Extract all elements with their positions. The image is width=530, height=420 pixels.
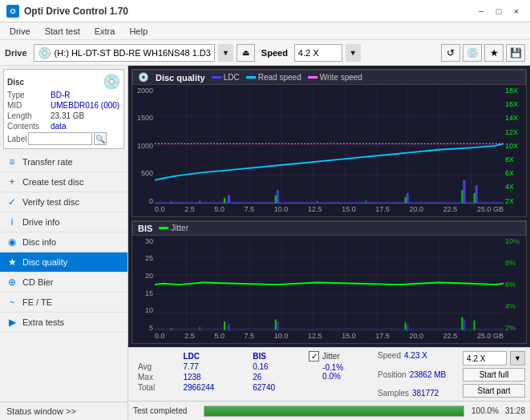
disc-info-panel: Disc 💿 Type BD-R MID UMEBDR016 (000) Len…	[3, 69, 124, 149]
save-button[interactable]: 💾	[506, 44, 525, 62]
sidebar-item-create-test-disc[interactable]: + Create test disc	[0, 172, 127, 192]
drive-label: Drive	[5, 48, 27, 58]
chart2-svg	[155, 237, 504, 332]
menu-start-test[interactable]: Start test	[38, 25, 87, 38]
start-full-button[interactable]: Start full	[463, 368, 525, 382]
chart2-y-right: 10% 8% 6% 4% 2%	[504, 237, 526, 332]
read-speed-color	[246, 76, 256, 79]
svg-rect-49	[224, 321, 225, 330]
jitter-values: -0.1% 0.0%	[309, 363, 368, 381]
speed-label: Speed	[261, 48, 288, 58]
drive-select[interactable]: 💿 (H:) HL-DT-ST BD-RE WH16NS48 1.D3 ▼ ⏏	[34, 44, 255, 62]
stats-avg-row: Avg 7.77 0.16	[133, 361, 302, 372]
svg-rect-26	[200, 200, 200, 204]
speed-select-stats-arrow[interactable]: ▼	[510, 351, 525, 365]
write-speed-label: Write speed	[320, 73, 362, 82]
disc-mid-value: UMEBDR016 (000)	[51, 101, 119, 110]
sidebar: Disc 💿 Type BD-R MID UMEBDR016 (000) Len…	[0, 66, 128, 420]
position-row: Position 23862 MB	[378, 370, 459, 379]
toolbar-buttons: ↺ 💿 ★ 💾	[441, 44, 525, 62]
status-window-label: Status window >>	[6, 406, 76, 416]
progress-bar-fill	[204, 406, 463, 416]
cd-bier-icon: ⊕	[6, 277, 18, 288]
disc-info-icon: ◉	[6, 236, 18, 248]
disc-length-row: Length 23.31 GB	[7, 111, 120, 120]
eject-button[interactable]: ⏏	[237, 44, 255, 62]
legend-read-speed: Read speed	[246, 73, 301, 82]
chart2-legend: Jitter	[159, 224, 188, 232]
disc-quality-icon: ★	[6, 256, 18, 268]
speed-select-stats[interactable]: 4.2 X	[463, 351, 507, 365]
transfer-rate-icon: ≡	[6, 156, 18, 168]
title-bar: O Opti Drive Control 1.70 − □ ×	[0, 0, 530, 22]
samples-row: Samples 381772	[378, 389, 459, 398]
disc-label-row: Label 🔍	[7, 132, 120, 145]
disc-icon: 💿	[103, 73, 120, 91]
stats-area: LDC BIS Avg 7.77 0.16 Max 1238 26	[128, 347, 530, 401]
stats-table: LDC BIS Avg 7.77 0.16 Max 1238 26	[133, 351, 302, 398]
disc-mid-row: MID UMEBDR016 (000)	[7, 101, 120, 110]
start-part-button[interactable]: Start part	[463, 384, 525, 398]
sidebar-item-label: Transfer rate	[22, 157, 73, 167]
svg-rect-55	[200, 326, 200, 329]
sidebar-nav: ≡ Transfer rate + Create test disc ✓ Ver…	[0, 152, 127, 402]
svg-rect-21	[275, 195, 277, 203]
maximize-button[interactable]: □	[492, 4, 506, 18]
verify-test-disc-icon: ✓	[6, 196, 18, 208]
sidebar-item-disc-info[interactable]: ◉ Disc info	[0, 232, 127, 252]
svg-rect-18	[463, 180, 465, 203]
sidebar-item-verify-test-disc[interactable]: ✓ Verify test disc	[0, 192, 127, 212]
jitter-header: ✓ Jitter	[309, 351, 368, 361]
sidebar-item-cd-bier[interactable]: ⊕ CD Bier	[0, 273, 127, 293]
refresh-button[interactable]: ↺	[441, 44, 460, 62]
minimize-button[interactable]: −	[474, 4, 488, 18]
svg-rect-19	[475, 185, 478, 203]
svg-rect-15	[228, 195, 230, 203]
sidebar-item-extra-tests[interactable]: ▶ Extra tests	[0, 313, 127, 333]
drive-dropdown[interactable]: 💿 (H:) HL-DT-ST BD-RE WH16NS48 1.D3	[34, 44, 215, 62]
jitter-checkbox[interactable]: ✓	[309, 351, 319, 361]
disc-button[interactable]: 💿	[463, 44, 482, 62]
main-area: Disc 💿 Type BD-R MID UMEBDR016 (000) Len…	[0, 66, 530, 420]
chart1-title: Disc quality	[156, 73, 205, 83]
svg-rect-46	[277, 321, 279, 331]
menu-help[interactable]: Help	[123, 25, 154, 38]
progress-bar-container	[204, 406, 464, 417]
chart1-y-right: 18X 16X 14X 12X 10X 8X 6X 4X 2X	[504, 87, 526, 205]
star-button[interactable]: ★	[484, 44, 504, 62]
drive-bar: Drive 💿 (H:) HL-DT-ST BD-RE WH16NS48 1.D…	[0, 40, 530, 66]
progress-percent: 100.0%	[471, 406, 499, 415]
close-button[interactable]: ×	[509, 4, 524, 18]
app-icon: O	[6, 5, 19, 18]
svg-rect-50	[275, 319, 277, 329]
position-value: 23862 MB	[410, 370, 447, 379]
speed-select-row: 4.2 X ▼	[463, 351, 525, 365]
content-area: 💿 Disc quality LDC Read speed	[128, 66, 530, 420]
svg-rect-47	[407, 325, 409, 331]
menu-extra[interactable]: Extra	[88, 25, 122, 38]
speed-select-arrow[interactable]: ▼	[346, 44, 361, 62]
drive-info-icon: i	[6, 216, 18, 228]
drive-dropdown-arrow[interactable]: ▼	[218, 44, 233, 62]
sidebar-item-drive-info[interactable]: i Drive info	[0, 212, 127, 232]
sidebar-item-label: Drive info	[22, 217, 59, 227]
sidebar-item-transfer-rate[interactable]: ≡ Transfer rate	[0, 152, 127, 172]
chart2-x-axis: 0.0 2.5 5.0 7.5 10.0 12.5 15.0 17.5 20.0…	[155, 332, 504, 343]
samples-value: 381772	[412, 389, 439, 398]
disc-label-button[interactable]: 🔍	[94, 132, 107, 145]
sidebar-item-label: Disc info	[22, 237, 56, 247]
svg-rect-44	[155, 328, 504, 331]
menu-drive[interactable]: Drive	[3, 25, 37, 38]
chart2-body: 30 25 20 15 10 5 10% 8% 6% 4% 2%	[132, 236, 526, 343]
speed-select[interactable]: 4.2 X	[294, 44, 342, 62]
disc-label-input[interactable]	[28, 132, 92, 145]
legend-jitter: Jitter	[159, 224, 188, 232]
create-test-disc-icon: +	[6, 176, 18, 188]
svg-rect-28	[366, 200, 366, 204]
speed-select-container[interactable]: 4.2 X ▼	[294, 44, 361, 62]
chart2-svg-container	[155, 237, 504, 332]
sidebar-item-disc-quality[interactable]: ★ Disc quality	[0, 252, 127, 273]
sidebar-item-fe-te[interactable]: ~ FE / TE	[0, 293, 127, 313]
app-title: Opti Drive Control 1.70	[24, 6, 128, 17]
status-window-button[interactable]: Status window >>	[0, 402, 127, 420]
